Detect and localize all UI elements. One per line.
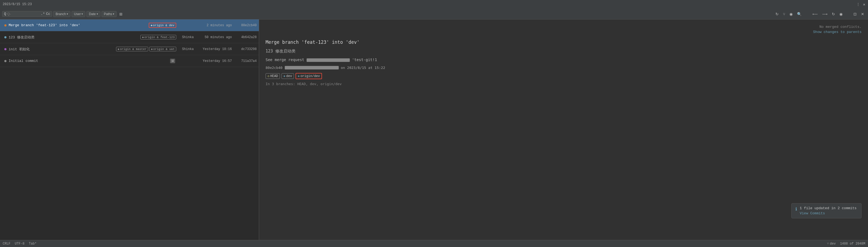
commit-time: Yesterday 16:57 — [197, 59, 235, 63]
show-changes-link[interactable]: Show changes to parents — [266, 30, 862, 34]
paths-chevron-icon: ▾ — [113, 12, 114, 16]
graph-area — [2, 60, 9, 62]
commit-hash: 4b642a28 — [235, 35, 257, 39]
commit-row[interactable]: Initial commit 深 Yesterday 16:57 711a37a… — [0, 55, 259, 67]
right-panel: No merged conflicts. Show changes to par… — [259, 20, 868, 240]
redo-button[interactable]: ⟶ — [820, 11, 829, 17]
search-icon: Q — [4, 12, 6, 16]
titlebar-right: ⋮ ✕ — [857, 2, 865, 7]
commit-tags: 深 — [170, 59, 176, 63]
detail-subtitle-text: 123 修改启动类 — [266, 49, 296, 54]
statusbar-encoding[interactable]: UTF-8 — [15, 242, 25, 246]
commit-hash: 80e2cb40 — [235, 24, 257, 27]
commit-row[interactable]: init 初始化 ◈ origin & master ◈ origin & ua… — [0, 43, 259, 55]
branch-name[interactable]: dev — [830, 242, 836, 246]
commit-row[interactable]: 123 修改启动类 ◈ origin & feat-123 Shinka 50 … — [0, 31, 259, 43]
branch-icon: ⑂ — [827, 242, 829, 246]
toolbar: Q .* Cc Branch ▾ User ▾ Date ▾ Paths ▾ ⊞… — [0, 9, 868, 20]
view-commits-link[interactable]: View Commits — [800, 211, 825, 215]
commit-message: Merge branch 'feat-123' into 'dev' — [9, 23, 149, 27]
toolbar-right-actions: ↻ ⑂ ◉ 🔍 ⟵ ⟶ ↻ ◉ ⊡ ✕ — [774, 11, 866, 17]
detail-refs: ◇ HEAD ◈ dev ◈ origin/dev — [266, 73, 862, 79]
ref-origin-dev: ◈ origin/dev — [296, 73, 322, 79]
undo-button[interactable]: ⟵ — [811, 11, 819, 17]
refresh-button[interactable]: ↻ — [774, 11, 780, 17]
commit-message: Initial commit — [9, 59, 170, 63]
commit-view-button[interactable]: ↻ — [830, 11, 837, 17]
tag-label: origin & master — [120, 48, 147, 51]
titlebar: 2023/8/15 15:23 ⋮ ✕ — [0, 0, 868, 9]
commit-tag: ◈ origin & dev — [149, 23, 176, 28]
tag-label: origin & feat-123 — [145, 36, 175, 39]
search-box[interactable]: Q .* Cc — [2, 11, 52, 17]
date-chevron-icon: ▾ — [97, 12, 98, 16]
deep-icon: 深 — [170, 59, 175, 63]
status-branch: ⑂ dev — [827, 242, 836, 246]
statusbar-right: ⑂ dev 1408 of 2048M — [827, 242, 865, 246]
graph-area — [2, 48, 9, 50]
tag-branch-icon: ◈ — [118, 47, 120, 51]
no-conflicts-label: No merged conflicts. — [266, 25, 862, 29]
commit-list-panel: Merge branch 'feat-123' into 'dev' ◈ ori… — [0, 20, 259, 240]
see-merge-id: 'test-git!1 — [352, 58, 377, 62]
branch-chevron-icon: ▾ — [67, 12, 68, 16]
statusbar-indent[interactable]: Tab* — [29, 242, 37, 246]
close-panel-button[interactable]: ✕ — [859, 11, 866, 17]
detail-hash: 80e2cb40 — [266, 66, 283, 70]
tag-branch-icon: ◈ — [142, 35, 144, 39]
expand-button[interactable]: ⊡ — [852, 11, 858, 17]
commit-row[interactable]: Merge branch 'feat-123' into 'dev' ◈ ori… — [0, 20, 259, 31]
see-merge-label: See merge request — [266, 58, 304, 62]
ref-head: ◇ HEAD — [266, 73, 280, 79]
titlebar-title: 2023/8/15 15:23 — [3, 2, 32, 6]
find-button[interactable]: 🔍 — [796, 11, 803, 17]
ref-dev-label: dev — [286, 74, 292, 78]
search-input[interactable] — [7, 12, 40, 16]
commit-time: Yesterday 18:16 — [197, 47, 235, 51]
paths-filter-button[interactable]: Paths ▾ — [101, 11, 117, 17]
notification-text: 1 file updated in 2 commits — [800, 206, 857, 210]
tag-branch-icon: ◈ — [151, 47, 153, 51]
ref-head-icon: ◇ — [268, 74, 269, 78]
ref-origin-dev-label: origin/dev — [301, 74, 320, 78]
commit-time: 2 minutes ago — [197, 24, 235, 27]
detail-date: on 2023/8/15 at 15:22 — [341, 66, 385, 70]
commit-time: 50 minutes ago — [197, 35, 235, 39]
add-tab-button[interactable]: ⊞ — [118, 11, 124, 17]
user-chevron-icon: ▾ — [82, 12, 83, 16]
author-blurred — [285, 66, 339, 70]
watch-button[interactable]: ◉ — [838, 11, 844, 17]
tag-label: origin & uat — [153, 48, 175, 51]
detail-hash-row: 80e2cb40 on 2023/8/15 at 15:22 — [266, 66, 862, 70]
titlebar-menu-icon[interactable]: ⋮ — [857, 2, 860, 6]
titlebar-left: 2023/8/15 15:23 — [3, 2, 32, 6]
commit-author: Shinka — [178, 47, 197, 51]
date-filter-button[interactable]: Date ▾ — [86, 11, 100, 17]
branch-view-button[interactable]: ⑂ — [781, 11, 787, 17]
regex-button[interactable]: .* — [41, 12, 45, 16]
tag-label: origin & dev — [153, 24, 174, 27]
detail-subtitle: 123 修改启动类 — [266, 49, 862, 54]
commit-tags: ◈ origin & dev — [149, 23, 176, 28]
notification-icon: ℹ — [796, 207, 797, 212]
eye-button[interactable]: ◉ — [788, 11, 794, 17]
graph-area — [2, 36, 9, 38]
commit-tag: ◈ origin & feat-123 — [141, 35, 176, 39]
commit-list: Merge branch 'feat-123' into 'dev' ◈ ori… — [0, 20, 259, 240]
ref-head-label: HEAD — [270, 74, 278, 78]
graph-dot — [4, 48, 6, 50]
branch-filter-button[interactable]: Branch ▾ — [53, 11, 70, 17]
case-button[interactable]: Cc — [46, 12, 50, 16]
statusbar-crlf[interactable]: CRLF — [3, 242, 10, 246]
commit-hash: dc733298 — [235, 47, 257, 51]
titlebar-close-button[interactable]: ✕ — [863, 2, 865, 7]
commit-tags: ◈ origin & master ◈ origin & uat — [116, 47, 177, 51]
commit-tags: ◈ origin & feat-123 — [141, 35, 176, 39]
user-filter-button[interactable]: User ▾ — [71, 11, 85, 17]
detail-see-merge: See merge request 'test-git!1 — [266, 58, 862, 62]
detail-branches: In 3 branches: HEAD, dev, origin/dev — [266, 82, 862, 86]
statusbar-position: 1408 of 2048M — [840, 242, 865, 246]
notification-body: 1 file updated in 2 commits View Commits — [800, 206, 857, 215]
statusbar: CRLF UTF-8 Tab* ⑂ dev 1408 of 2048M — [0, 240, 868, 247]
ref-dev-icon: ◈ — [283, 74, 285, 78]
